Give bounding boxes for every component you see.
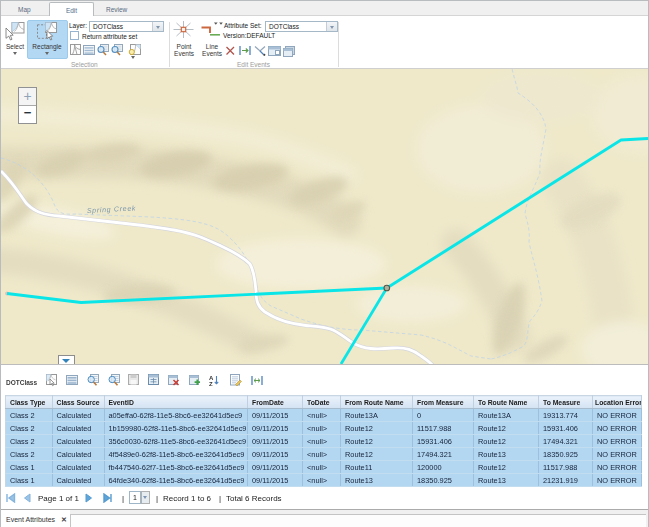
svg-text:Z: Z: [209, 381, 213, 387]
